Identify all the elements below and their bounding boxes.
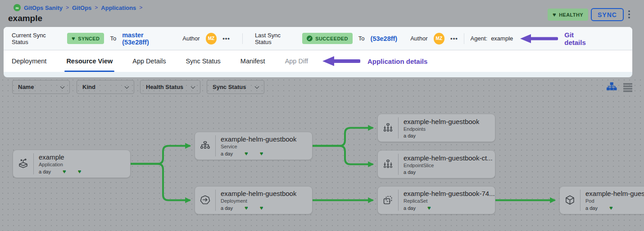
node-replicaset-example-helm-guestbook[interactable]: example-helm-guestbook-74... ReplicaSet … (377, 186, 495, 214)
heart-icon: ♥ (245, 150, 248, 157)
tree-view-icon[interactable] (606, 81, 617, 93)
resource-tree-canvas: Name Kind Health Status Sync Status (0, 77, 644, 231)
node-pod-example-helm-guestbook[interactable]: example-helm-guest Pod a day♥ (559, 186, 644, 214)
health-status-badge: ♥ HEALTHY (548, 9, 588, 21)
health-hearts: ♥♥ (51, 169, 81, 174)
filter-label: Sync Status (213, 84, 246, 90)
node-title: example-helm-guestbook (221, 190, 296, 197)
chevron-down-icon (125, 84, 129, 89)
agent-section: Agent: example Git details (464, 31, 624, 46)
node-kind: Service (221, 144, 296, 149)
filter-health-status-dropdown[interactable]: Health Status (140, 80, 200, 94)
filter-label: Kind (82, 84, 95, 90)
node-age: a day (221, 151, 233, 156)
node-kind: Pod (585, 198, 644, 204)
tab-resource-view[interactable]: Resource View (66, 50, 113, 72)
author-label: Author (182, 35, 200, 42)
tab-sync-status[interactable]: Sync Status (186, 50, 220, 72)
filter-kind-dropdown[interactable]: Kind (77, 80, 134, 94)
service-icon (195, 135, 216, 156)
check-icon: ✓ (307, 36, 313, 41)
more-options-icon[interactable]: ••• (222, 35, 230, 42)
page-title: example (8, 13, 42, 23)
current-sync-status-label: Current Sync Status (12, 32, 61, 45)
tab-app-diff[interactable]: App Diff (285, 50, 308, 72)
breadcrumb-gitops[interactable]: GitOps (72, 4, 91, 11)
application-icon (13, 153, 34, 174)
heart-icon: ♥ (245, 204, 248, 211)
node-kind: EndpointSlice (404, 163, 493, 168)
filter-sync-status-dropdown[interactable]: Sync Status (207, 80, 264, 94)
node-age: a day (404, 133, 416, 138)
node-kind: ReplicaSet (404, 198, 495, 204)
health-hearts: ♥♥ (233, 205, 263, 211)
heart-icon: ♥ (609, 204, 613, 211)
node-age: a day (585, 205, 598, 211)
node-kind: Endpoints (404, 126, 479, 132)
node-kind: Deployment (221, 198, 296, 204)
list-view-icon[interactable] (622, 81, 634, 93)
node-deployment-example-helm-guestbook[interactable]: example-helm-guestbook Deployment a day♥… (195, 186, 313, 214)
to-label: To (110, 35, 116, 42)
heart-icon: ♥ (63, 168, 66, 175)
endpointslice-icon (378, 154, 399, 175)
node-title: example-helm-guestbook-74... (404, 190, 495, 197)
sync-button[interactable]: SYNC (591, 8, 624, 21)
breadcrumb-applications[interactable]: Applications (101, 4, 136, 11)
breadcrumb-separator: > (139, 4, 142, 11)
page-header: ∞ GitOps Sanity > GitOps > Applications … (0, 0, 644, 27)
node-endpoints-example-helm-guestbook[interactable]: example-helm-guestbook Endpoints a day (377, 114, 495, 142)
breadcrumb-project[interactable]: GitOps Sanity (24, 4, 63, 11)
heart-icon: ♥ (72, 36, 75, 41)
gitops-logo-icon: ∞ (14, 4, 21, 11)
breadcrumb-separator: > (95, 4, 98, 11)
last-revision-link[interactable]: (53e28ff) (371, 35, 398, 42)
git-details-annotation: Git details (564, 31, 590, 46)
node-kind: Application (39, 162, 81, 167)
node-endpointslice-example-helm-guestbook[interactable]: example-helm-guestbook-ct... EndpointSli… (377, 150, 495, 178)
synced-badge: ♥ SYNCED (67, 33, 104, 44)
replicaset-icon (378, 190, 399, 211)
pod-icon (560, 190, 581, 211)
kebab-menu-icon[interactable] (626, 8, 633, 21)
node-age: a day (221, 205, 233, 211)
succeeded-badge-label: SUCCEEDED (315, 36, 348, 41)
tab-app-details[interactable]: App Details (132, 50, 166, 72)
divider (464, 33, 464, 44)
to-label: To (358, 35, 365, 42)
tab-manifest[interactable]: Manifest (240, 50, 265, 72)
node-age: a day (39, 169, 51, 174)
app-summary-card: Current Sync Status ♥ SYNCED To master (… (4, 27, 632, 72)
more-options-icon[interactable]: ••• (450, 35, 458, 42)
agent-label: Agent: (471, 35, 488, 42)
endpoints-icon (378, 117, 399, 138)
current-revision-link[interactable]: master (53e28ff) (122, 31, 169, 46)
sync-status-bar: Current Sync Status ♥ SYNCED To master (… (4, 27, 632, 50)
breadcrumb: ∞ GitOps Sanity > GitOps > Applications … (14, 4, 142, 11)
breadcrumb-separator: > (66, 4, 69, 11)
health-hearts: ♥♥ (233, 151, 263, 156)
node-title: example (39, 153, 81, 161)
application-details-annotation-group: Application details (322, 55, 427, 67)
heart-icon: ♥ (78, 168, 82, 175)
tab-deployment[interactable]: Deployment (12, 50, 46, 72)
filter-label: Name (18, 84, 34, 90)
application-details-annotation: Application details (367, 58, 427, 65)
author-avatar: MZ (434, 33, 445, 44)
filter-name-dropdown[interactable]: Name (12, 80, 70, 94)
heart-icon: ♥ (260, 150, 263, 157)
node-service-example-helm-guestbook[interactable]: example-helm-guestbook Service a day♥♥ (195, 132, 313, 160)
heart-icon: ♥ (427, 204, 431, 211)
node-title: example-helm-guest (585, 190, 644, 197)
node-age: a day (404, 169, 416, 175)
node-application-example[interactable]: example Application a day♥♥ (13, 150, 131, 178)
deployment-icon (195, 190, 216, 211)
agent-value: example (491, 35, 513, 42)
health-badge-label: HEALTHY (559, 12, 583, 18)
chevron-down-icon (60, 84, 65, 89)
last-sync-status-label: Last Sync Status (255, 32, 296, 45)
succeeded-badge: ✓ SUCCEEDED (302, 33, 353, 44)
tab-bar: Deployment Resource View App Details Syn… (4, 50, 632, 72)
synced-badge-label: SYNCED (78, 36, 100, 41)
node-title: example-helm-guestbook-ct... (404, 154, 493, 162)
